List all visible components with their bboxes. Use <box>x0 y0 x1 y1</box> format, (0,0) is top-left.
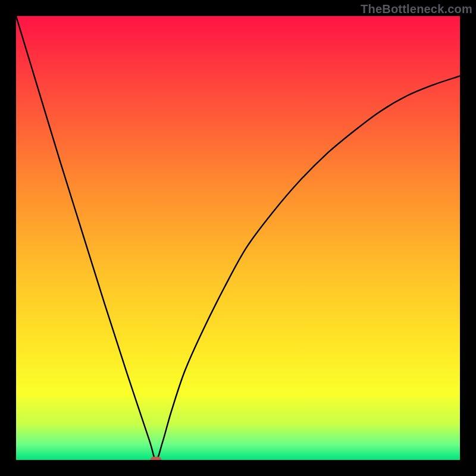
chart-frame: TheBottleneck.com <box>0 0 476 476</box>
gradient-background <box>16 16 460 460</box>
minimum-marker <box>151 457 161 461</box>
plot-area <box>16 16 460 460</box>
chart-svg <box>16 16 460 460</box>
watermark-text: TheBottleneck.com <box>361 2 472 16</box>
